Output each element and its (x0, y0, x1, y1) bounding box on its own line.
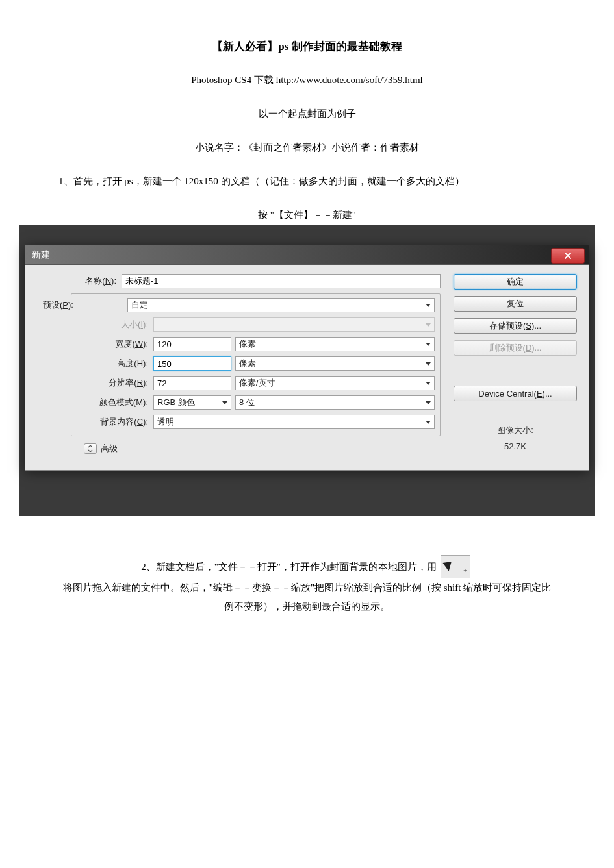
image-size-label: 图像大小: (454, 425, 577, 436)
page-title: 【新人必看】ps 制作封面的最基础教程 (58, 39, 556, 54)
step-1-text: 1、首先，打开 ps，新建一个 120x150 的文档（（记住：做多大的封面，就… (58, 173, 556, 189)
novel-line: 小说名字：《封面之作者素材》小说作者：作者素材 (58, 140, 556, 155)
label-advanced: 高级 (101, 443, 118, 454)
label-width: 宽度(W): (77, 338, 153, 350)
ok-button[interactable]: 确定 (454, 274, 577, 290)
move-tool-icon (441, 555, 470, 578)
size-combo (153, 317, 435, 332)
reset-button[interactable]: 复位 (454, 296, 577, 312)
divider (124, 449, 441, 449)
resolution-input[interactable] (153, 376, 231, 390)
step-2-text: 2、新建文档后，"文件－－打开"，打开作为封面背景的本地图片，用 将图片拖入新建… (58, 555, 556, 615)
label-height: 高度(H): (77, 358, 153, 369)
chevron-down-icon (426, 304, 431, 307)
example-note: 以一个起点封面为例子 (58, 106, 556, 121)
step-1-action: 按 "【文件】－－新建" (58, 207, 556, 223)
dialog-screenshot: 新建 名称(N): 预设(P): 自定 (19, 225, 595, 516)
save-preset-button[interactable]: 存储预设(S)... (454, 318, 577, 334)
chevron-down-icon (426, 401, 431, 404)
label-resolution: 分辨率(R): (77, 377, 153, 389)
chevron-down-icon (426, 343, 431, 346)
download-link[interactable]: http://www.duote.com/soft/7359.html (276, 75, 423, 85)
advanced-toggle[interactable] (84, 443, 97, 454)
color-mode-combo[interactable]: RGB 颜色 (153, 395, 231, 410)
new-dialog-window: 新建 名称(N): 预设(P): 自定 (25, 245, 589, 471)
close-icon[interactable] (551, 248, 585, 264)
height-unit-combo[interactable]: 像素 (235, 356, 435, 371)
background-combo[interactable]: 透明 (153, 415, 435, 429)
image-size-value: 52.7K (454, 441, 577, 451)
label-color-mode: 颜色模式(M): (77, 397, 153, 408)
color-depth-combo[interactable]: 8 位 (235, 395, 435, 410)
chevron-down-icon (426, 362, 431, 366)
dialog-title: 新建 (32, 249, 50, 261)
device-central-button[interactable]: Device Central(E)... (454, 386, 577, 401)
width-unit-combo[interactable]: 像素 (235, 337, 435, 351)
download-line: Photoshop CS4 下载 http://www.duote.com/so… (58, 72, 556, 88)
width-input[interactable] (153, 337, 231, 351)
resolution-unit-combo[interactable]: 像素/英寸 (235, 376, 435, 390)
label-name: 名称(N): (37, 275, 122, 287)
chevron-down-icon (426, 323, 431, 327)
delete-preset-button: 删除预设(D)... (454, 340, 577, 356)
chevron-down-icon (426, 421, 431, 424)
label-size: 大小(I): (77, 319, 153, 330)
name-input[interactable] (122, 274, 441, 288)
chevron-down-icon (222, 401, 227, 404)
download-label: Photoshop CS4 下载 (191, 75, 274, 85)
height-input[interactable] (153, 356, 231, 371)
preset-combo[interactable]: 自定 (127, 298, 435, 312)
label-preset: 预设(P): (43, 299, 127, 311)
chevron-down-icon (426, 382, 431, 385)
label-background: 背景内容(C): (77, 416, 153, 428)
dialog-titlebar: 新建 (25, 245, 589, 265)
